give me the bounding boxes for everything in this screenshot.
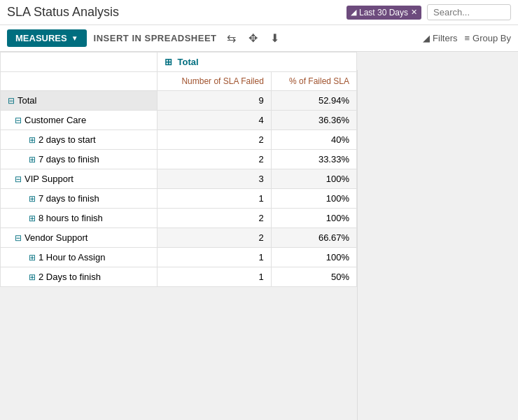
value-cell: 36.36%: [271, 111, 356, 130]
value-cell: 33.33%: [271, 150, 356, 169]
table-row: ⊞7 days to finish1100%: [1, 189, 357, 209]
plus-icon[interactable]: ⊞: [164, 57, 172, 67]
value-cell: 1: [157, 267, 271, 287]
row-label-text: Customer Care: [24, 115, 86, 125]
col-header-2: % of Failed SLA: [271, 72, 356, 91]
row-label-text: 2 days to start: [38, 134, 96, 145]
value-cell: 3: [157, 169, 271, 189]
funnel-icon: ◢: [351, 8, 356, 17]
row-label-text: 8 hours to finish: [38, 213, 103, 223]
value-cell: 4: [157, 111, 271, 130]
insert-spreadsheet-button[interactable]: INSERT IN SPREADSHEET: [94, 33, 217, 43]
table-row: ⊟Total952.94%: [1, 91, 357, 111]
expand-icon[interactable]: ⊞: [29, 214, 36, 223]
measures-button[interactable]: MEASURES ▼: [7, 29, 87, 47]
collapse-icon[interactable]: ⊟: [15, 115, 22, 125]
row-label-text: 2 Days to finish: [38, 272, 101, 282]
main-table: ⊞ Total Number of SLA Failed % of Failed…: [0, 52, 357, 287]
value-cell: 9: [157, 91, 271, 111]
expand-icon[interactable]: ⊞: [29, 253, 36, 262]
row-label-text: VIP Support: [24, 174, 74, 184]
row-label-text: Vendor Support: [24, 232, 88, 243]
value-cell: 2: [157, 150, 271, 169]
row-label-text: 1 Hour to Assign: [38, 252, 105, 262]
value-cell: 1: [157, 248, 271, 267]
value-cell: 50%: [271, 267, 356, 287]
value-cell: 40%: [271, 130, 356, 150]
value-cell: 100%: [271, 248, 356, 267]
expand-icon[interactable]: ⊞: [29, 155, 36, 164]
download-icon[interactable]: ⬇: [267, 31, 282, 45]
groupby-button[interactable]: ≡ Group By: [464, 33, 511, 43]
sla-table: ⊞ Total Number of SLA Failed % of Failed…: [0, 52, 357, 287]
move-icon[interactable]: ✥: [246, 31, 260, 45]
value-cell: 66.67%: [271, 228, 356, 248]
table-row: ⊞2 Days to finish150%: [1, 267, 357, 287]
value-cell: 100%: [271, 189, 356, 209]
table-row: ⊞2 days to start240%: [1, 130, 357, 150]
filter-tag-close[interactable]: ✕: [411, 8, 417, 17]
value-cell: 100%: [271, 209, 356, 228]
collapse-icon[interactable]: ⊟: [15, 174, 22, 184]
col-group-header: Total: [178, 57, 199, 67]
value-cell: 2: [157, 130, 271, 150]
table-row: ⊞1 Hour to Assign1100%: [1, 248, 357, 267]
collapse-icon[interactable]: ⊟: [8, 96, 15, 106]
value-cell: 2: [157, 209, 271, 228]
filter-tag-label: Last 30 Days: [359, 8, 408, 18]
expand-icon[interactable]: ⊞: [29, 135, 36, 145]
top-bar: SLA Status Analysis ◢ Last 30 Days ✕: [0, 0, 518, 25]
filter-icon: ◢: [423, 33, 430, 43]
measures-label: MEASURES: [15, 33, 67, 43]
value-cell: 1: [157, 189, 271, 209]
collapse-icon[interactable]: ⊟: [15, 233, 22, 243]
table-row: ⊟Customer Care436.36%: [1, 111, 357, 130]
col-header-1: Number of SLA Failed: [157, 72, 271, 91]
groupby-label: Group By: [472, 33, 511, 43]
swap-icon[interactable]: ⇆: [224, 31, 239, 45]
measures-arrow-icon: ▼: [71, 34, 78, 42]
expand-icon[interactable]: ⊞: [29, 194, 36, 204]
content-area: ⊞ Total Number of SLA Failed % of Failed…: [0, 52, 518, 287]
table-row: ⊟Vendor Support266.67%: [1, 228, 357, 248]
row-label-text: 7 days to finish: [38, 193, 99, 204]
groupby-icon: ≡: [464, 33, 470, 43]
filters-label: Filters: [433, 33, 457, 43]
table-row: ⊞7 days to finish233.33%: [1, 150, 357, 169]
table-row: ⊞8 hours to finish2100%: [1, 209, 357, 228]
value-cell: 2: [157, 228, 271, 248]
filters-button[interactable]: ◢ Filters: [423, 33, 457, 43]
value-cell: 100%: [271, 169, 356, 189]
table-row: ⊟VIP Support3100%: [1, 169, 357, 189]
toolbar: MEASURES ▼ INSERT IN SPREADSHEET ⇆ ✥ ⬇ ◢…: [0, 25, 518, 52]
row-label-text: Total: [18, 95, 36, 106]
filter-tag: ◢ Last 30 Days ✕: [346, 6, 421, 20]
expand-icon[interactable]: ⊞: [29, 272, 36, 282]
page-title: SLA Status Analysis: [7, 5, 341, 20]
right-panel: [357, 70, 518, 420]
search-input[interactable]: [427, 4, 511, 20]
row-label-text: 7 days to finish: [38, 154, 99, 164]
value-cell: 52.94%: [271, 91, 356, 111]
